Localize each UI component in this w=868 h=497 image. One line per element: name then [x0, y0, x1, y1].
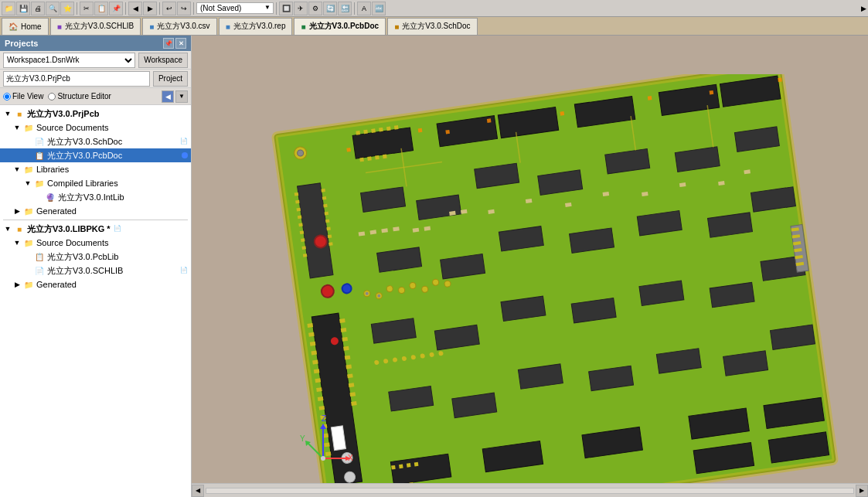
toolbar-icon-4[interactable]: 🔍: [46, 2, 60, 15]
svg-rect-46: [342, 337, 348, 342]
home-icon: 🏠: [9, 22, 18, 31]
svg-rect-60: [394, 125, 399, 130]
svg-rect-18: [301, 246, 306, 250]
svg-rect-102: [414, 462, 419, 467]
scroll-left-arrow[interactable]: ◀: [192, 485, 204, 497]
svg-rect-16: [300, 230, 305, 234]
tree-item-proj2[interactable]: ▼ ■ 光立方V3.0.LIBPKG * 📄: [0, 222, 191, 236]
svg-rect-153: [778, 77, 782, 82]
tree-item-generated2[interactable]: ▶ 📁 Generated: [0, 277, 191, 291]
scroll-right-arrow[interactable]: ▶: [856, 485, 868, 497]
project-button[interactable]: Project: [153, 71, 188, 87]
schdoc-label: 光立方V3.0.SchDoc: [47, 136, 122, 148]
tree-view: ▼ ■ 光立方V3.0.PrjPcb ▼ 📁 Source Documents …: [0, 105, 191, 497]
tree-item-pcbdoc[interactable]: 📋 光立方V3.0.PcbDoc: [0, 148, 191, 162]
svg-rect-101: [407, 463, 411, 468]
workspace-button[interactable]: Workspace: [138, 53, 188, 68]
libs1-label: Libraries: [36, 165, 69, 174]
tree-item-proj1[interactable]: ▼ ■ 光立方V3.0.PrjPcb: [0, 107, 191, 121]
svg-rect-58: [379, 128, 383, 132]
tab-schdoc[interactable]: ■ 光立方V3.0.SchDoc: [387, 18, 477, 35]
scroll-track[interactable]: [206, 488, 854, 494]
svg-point-137: [444, 281, 451, 288]
panel-pin-icon[interactable]: 📌: [163, 38, 174, 49]
tab-csv[interactable]: ■ 光立方V3.0.csv: [142, 18, 216, 35]
svg-rect-149: [487, 118, 492, 123]
tab-rep[interactable]: ■ 光立方V3.0.rep: [219, 18, 293, 35]
save-status-dropdown[interactable]: (Not Saved) ▼: [196, 2, 274, 14]
generated2-expand-icon: ▶: [12, 280, 22, 289]
toolbar-icon-11[interactable]: ↩: [162, 2, 176, 15]
toolbar-icon-16[interactable]: 🔄: [323, 2, 337, 15]
toolbar-icon-2[interactable]: 💾: [16, 2, 30, 15]
svg-rect-33: [312, 359, 318, 364]
svg-rect-25: [326, 227, 331, 231]
workspace-controls: Workspace1.DsnWrk Workspace: [0, 51, 191, 70]
file-nav-icon-2[interactable]: ▼: [175, 90, 188, 103]
toolbar-icon-10[interactable]: ▶: [143, 2, 157, 15]
tab-schlib[interactable]: ■ 光立方V3.0.SCHLIB: [50, 18, 141, 35]
panel-close-icon[interactable]: ✕: [175, 38, 186, 49]
tree-item-schdoc[interactable]: 📄 光立方V3.0.SchDoc 📄: [0, 134, 191, 148]
tree-item-schlib[interactable]: 📄 光立方V3.0.SCHLIB 📄: [0, 264, 191, 277]
toolbar-icon-8[interactable]: 📌: [109, 2, 123, 15]
pcblib-expand-spacer: [23, 252, 32, 261]
file-view-radio[interactable]: File View: [3, 92, 43, 100]
file-nav-icon-1[interactable]: ◀: [162, 90, 174, 103]
srcdocs2-label: Source Documents: [36, 238, 109, 247]
toolbar-icon-17[interactable]: 🔙: [338, 2, 352, 15]
schlib-label: 光立方V3.0.SCHLIB: [47, 265, 123, 277]
project-name-input[interactable]: [3, 71, 150, 87]
proj2-badge-icon: 📄: [114, 225, 121, 233]
toolbar-icon-6[interactable]: ✂: [80, 2, 94, 15]
toolbar-icon-12[interactable]: ↪: [177, 2, 191, 15]
svg-rect-44: [339, 318, 345, 323]
generated2-folder-icon: 📁: [23, 279, 34, 290]
tab-pcbdoc[interactable]: ■ 光立方V3.0.PcbDoc: [294, 18, 386, 35]
svg-rect-23: [325, 212, 329, 216]
tab-home[interactable]: 🏠 Home: [2, 18, 49, 35]
tree-item-complibs[interactable]: ▼ 📁 Compiled Libraries: [0, 176, 191, 190]
tree-item-libs1[interactable]: ▼ 📁 Libraries: [0, 162, 191, 176]
toolbar-icon-18[interactable]: A: [357, 2, 371, 15]
schdoc-file-icon: 📄: [34, 136, 45, 147]
pcblib-label: 光立方V3.0.PcbLib: [47, 251, 118, 263]
toolbar-icon-13[interactable]: 🔲: [279, 2, 293, 15]
tree-item-generated1[interactable]: ▶ 📁 Generated: [0, 204, 191, 218]
svg-rect-50: [347, 373, 353, 378]
svg-rect-32: [311, 351, 317, 356]
tree-item-srcdocs2[interactable]: ▼ 📁 Source Documents: [0, 236, 191, 250]
workspace-select[interactable]: Workspace1.DsnWrk: [3, 53, 135, 68]
panel-title: Projects: [5, 39, 38, 48]
svg-point-132: [386, 285, 393, 292]
svg-point-136: [432, 279, 439, 286]
svg-rect-64: [383, 155, 387, 159]
tree-item-pcblib[interactable]: 📋 光立方V3.0.PcbLib: [0, 250, 191, 264]
proj2-folder-icon: ■: [14, 223, 25, 234]
project-controls: Project: [0, 70, 191, 88]
tree-item-srcdocs1[interactable]: ▼ 📁 Source Documents: [0, 121, 191, 134]
toolbar-icon-14[interactable]: ✈: [294, 2, 308, 15]
pcb-board-svg: [269, 74, 841, 497]
toolbar-icon-19[interactable]: 🔤: [372, 2, 386, 15]
structure-editor-radio[interactable]: Structure Editor: [48, 92, 111, 100]
pcb-area[interactable]: Z Y X ◀ ▶: [192, 36, 868, 497]
intlib-expand-spacer: [34, 192, 43, 202]
svg-rect-30: [308, 332, 315, 337]
svg-rect-12: [295, 200, 300, 204]
toolbar-icon-15[interactable]: ⚙: [308, 2, 322, 15]
intlib-label: 光立方V3.0.IntLib: [58, 192, 124, 203]
left-panel: Projects 📌 ✕ Workspace1.DsnWrk Workspace…: [0, 36, 192, 497]
panel-header: Projects 📌 ✕: [0, 36, 191, 51]
toolbar-more[interactable]: ▶: [861, 5, 866, 12]
tree-item-intlib[interactable]: 🔮 光立方V3.0.IntLib: [0, 190, 191, 204]
toolbar-icon-3[interactable]: 🖨: [31, 2, 45, 15]
svg-rect-61: [359, 158, 364, 162]
svg-rect-45: [341, 328, 347, 332]
toolbar-icon-1[interactable]: 📁: [2, 2, 15, 15]
toolbar-icon-7[interactable]: 📋: [94, 2, 108, 15]
svg-rect-15: [298, 223, 303, 227]
toolbar-icon-5[interactable]: ⭐: [60, 2, 74, 15]
svg-rect-151: [648, 96, 652, 100]
toolbar-icon-9[interactable]: ◀: [128, 2, 142, 15]
